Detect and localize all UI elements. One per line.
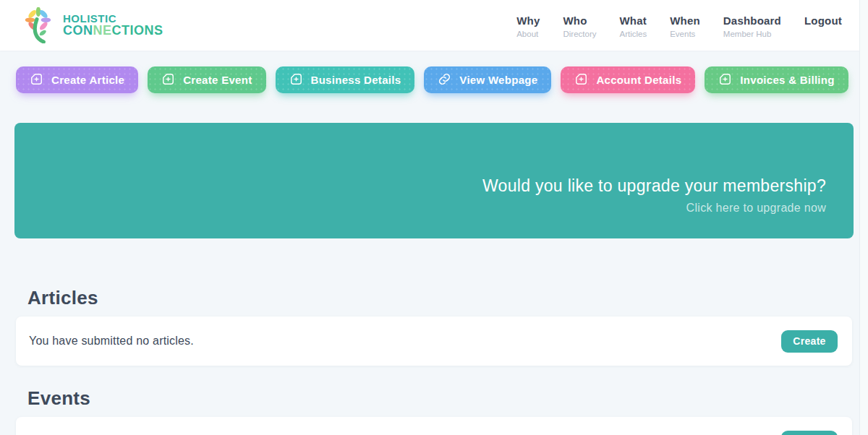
button-label: Account Details — [596, 74, 681, 86]
nav-item-who[interactable]: Who Directory — [563, 14, 596, 38]
link-icon — [438, 72, 451, 88]
brand-line1: HOLISTIC — [63, 13, 163, 25]
upgrade-membership-banner[interactable]: Would you like to upgrade your membershi… — [14, 123, 854, 238]
articles-empty-message: You have submitted no articles. — [29, 335, 194, 348]
banner-upgrade-link[interactable]: Click here to upgrade now — [686, 202, 826, 215]
nav-item-why[interactable]: Why About — [516, 14, 540, 38]
main-nav: Why About Who Directory What Articles Wh… — [516, 13, 842, 38]
action-button-row: Create Article Create Event Business Det… — [16, 66, 868, 93]
brand-logo[interactable]: HOLISTIC CONNECTIONS — [20, 7, 163, 43]
file-plus-icon — [718, 72, 732, 88]
button-label: Create Event — [183, 74, 252, 86]
events-heading: Events — [27, 387, 868, 410]
events-create-button[interactable]: Create — [781, 431, 838, 435]
nav-item-what[interactable]: What Articles — [619, 14, 647, 38]
rainbow-tree-icon — [20, 7, 56, 43]
invoices-billing-button[interactable]: Invoices & Billing — [705, 66, 848, 93]
articles-empty-card: You have submitted no articles. Create — [16, 316, 852, 366]
view-webpage-button[interactable]: View Webpage — [424, 66, 551, 93]
business-details-button[interactable]: Business Details — [276, 66, 415, 93]
brand-line2: CONNECTIONS — [63, 24, 163, 38]
file-plus-icon — [289, 72, 303, 88]
create-event-button[interactable]: Create Event — [148, 66, 265, 93]
account-details-button[interactable]: Account Details — [561, 66, 695, 93]
articles-heading: Articles — [27, 287, 868, 309]
header: HOLISTIC CONNECTIONS Why About Who Direc… — [0, 0, 868, 51]
create-article-button[interactable]: Create Article — [16, 66, 138, 93]
button-label: Business Details — [311, 74, 401, 86]
nav-item-dashboard[interactable]: Dashboard Member Hub — [723, 14, 781, 38]
banner-title: Would you like to upgrade your membershi… — [482, 176, 826, 196]
button-label: View Webpage — [459, 74, 537, 86]
articles-create-button[interactable]: Create — [781, 330, 838, 353]
nav-item-logout[interactable]: Logout — [804, 14, 842, 27]
file-plus-icon — [574, 72, 588, 88]
button-label: Create Article — [51, 74, 124, 86]
file-plus-icon — [161, 72, 175, 88]
nav-item-when[interactable]: When Events — [670, 14, 700, 38]
button-label: Invoices & Billing — [740, 74, 834, 86]
events-empty-card: You have submitted no events. Create — [16, 417, 852, 435]
file-plus-icon — [30, 72, 43, 88]
brand-wordmark: HOLISTIC CONNECTIONS — [63, 13, 163, 38]
scrollbar-track[interactable] — [859, 0, 868, 435]
